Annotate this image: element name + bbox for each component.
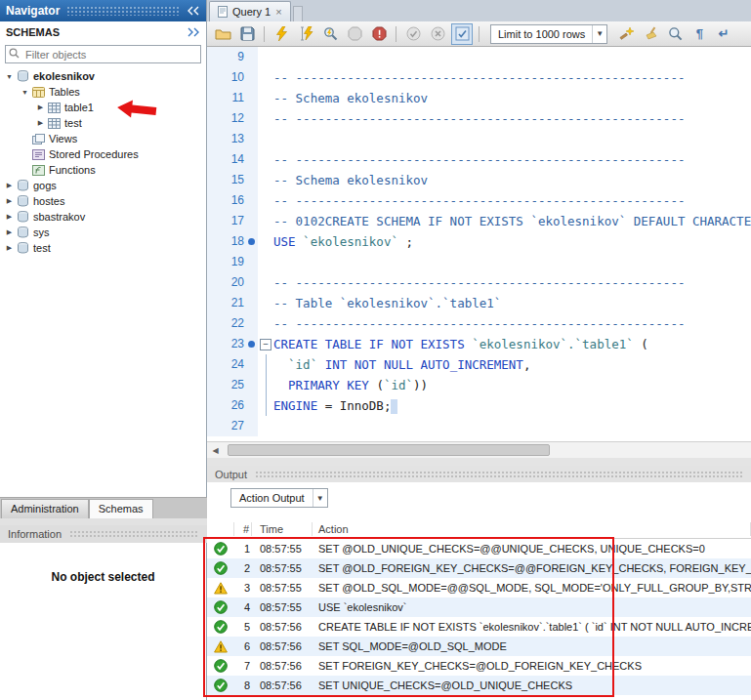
tree-item-table1[interactable]: ▶table1 <box>0 100 206 115</box>
tree-collapsed-arrow-icon[interactable]: ▶ <box>4 213 15 221</box>
tree-expanded-arrow-icon[interactable]: ▼ <box>20 89 30 96</box>
editor-line[interactable]: 21-- Table `ekolesnikov`.`table1` <box>207 293 751 313</box>
chevron-down-icon[interactable]: ▼ <box>313 489 327 507</box>
output-row[interactable]: 508:57:56CREATE TABLE IF NOT EXISTS `eko… <box>207 617 751 637</box>
output-row[interactable]: 108:57:55SET @OLD_UNIQUE_CHECKS=@@UNIQUE… <box>207 539 751 558</box>
editor-line[interactable]: 24 `id` INT NOT NULL AUTO_INCREMENT, <box>207 354 751 375</box>
editor-line[interactable]: 10-- -----------------------------------… <box>207 67 751 88</box>
editor-line[interactable]: 17-- 0102CREATE SCHEMA IF NOT EXISTS `ek… <box>207 211 751 231</box>
fold-column <box>258 313 273 334</box>
code-text: -- Schema ekolesnikov <box>273 170 428 190</box>
information-title: Information <box>8 528 62 540</box>
toggle-autocommit-icon[interactable] <box>452 24 472 44</box>
editor-line[interactable]: 22-- -----------------------------------… <box>207 313 751 334</box>
find-icon[interactable] <box>665 24 685 44</box>
editor-line[interactable]: 27 <box>207 416 751 436</box>
tree-item-stored-procedures[interactable]: Stored Procedures <box>0 146 206 162</box>
editor-line[interactable]: 12-- -----------------------------------… <box>207 108 751 129</box>
output-row[interactable]: 808:57:56SET UNIQUE_CHECKS=@OLD_UNIQUE_C… <box>207 676 751 695</box>
line-number: 26 <box>207 395 258 416</box>
row-action: SET @OLD_UNIQUE_CHECKS=@@UNIQUE_CHECKS, … <box>313 543 751 555</box>
tree-expanded-arrow-icon[interactable]: ▼ <box>4 73 15 80</box>
editor-line[interactable]: 18USE `ekolesnikov` ; <box>207 231 751 252</box>
tree-item-label: ekolesnikov <box>30 70 95 82</box>
tree-item-ekolesnikov[interactable]: ▼ekolesnikov <box>0 68 206 84</box>
column-header-action[interactable]: Action <box>313 522 751 536</box>
tree-item-tables[interactable]: ▼Tables <box>0 84 206 100</box>
tree-collapsed-arrow-icon[interactable]: ▶ <box>35 119 46 127</box>
editor-line[interactable]: 9 <box>207 47 751 67</box>
commit-icon[interactable] <box>403 24 423 44</box>
tree-item-hostes[interactable]: ▶hostes <box>0 193 206 209</box>
search-icon <box>9 48 20 59</box>
chevron-down-icon[interactable]: ▼ <box>592 25 606 43</box>
row-index: 1 <box>234 543 252 555</box>
tree-collapsed-arrow-icon[interactable]: ▶ <box>35 103 46 111</box>
sql-editor[interactable]: 910-- ----------------------------------… <box>207 47 751 441</box>
tree-item-sbastrakov[interactable]: ▶sbastrakov <box>0 209 206 225</box>
line-number: 16 <box>207 190 258 211</box>
tab-stub[interactable] <box>293 6 303 21</box>
stop-query-icon[interactable] <box>345 24 364 44</box>
fold-collapse-icon[interactable] <box>258 334 273 354</box>
expand-schemas-icon[interactable] <box>187 27 200 37</box>
rollback-icon[interactable] <box>428 24 447 44</box>
tree-item-views[interactable]: Views <box>0 131 206 146</box>
editor-line[interactable]: 15-- Schema ekolesnikov <box>207 170 751 190</box>
wrap-text-icon[interactable]: ↵ <box>714 24 733 44</box>
tree-item-functions[interactable]: Functions <box>0 162 206 178</box>
explain-plan-icon[interactable] <box>320 24 340 44</box>
tree-collapsed-arrow-icon[interactable]: ▶ <box>4 182 15 189</box>
collapse-panel-icon[interactable] <box>187 6 200 16</box>
tree-item-test[interactable]: ▶test <box>0 240 206 256</box>
editor-line[interactable]: 23CREATE TABLE IF NOT EXISTS `ekolesniko… <box>207 334 751 354</box>
code-text: ENGINE = InnoDB; <box>273 395 397 416</box>
information-body: No object selected <box>0 543 206 700</box>
tree-item-sys[interactable]: ▶sys <box>0 225 206 240</box>
filter-objects-input[interactable] <box>5 45 201 63</box>
output-row[interactable]: 308:57:55SET @OLD_SQL_MODE=@@SQL_MODE, S… <box>207 578 751 597</box>
horizontal-scrollbar[interactable]: ◀ <box>207 441 751 458</box>
beautify-script-icon[interactable] <box>616 24 636 44</box>
output-row[interactable]: 208:57:55SET @OLD_FOREIGN_KEY_CHECKS=@@F… <box>207 558 751 578</box>
toggle-stop-on-error-icon[interactable] <box>369 24 389 44</box>
editor-line[interactable]: 11-- Schema ekolesnikov <box>207 88 751 108</box>
editor-line[interactable]: 19 <box>207 252 751 272</box>
output-view-select[interactable]: Action Output ▼ <box>230 488 328 508</box>
tree-collapsed-arrow-icon[interactable]: ▶ <box>4 228 15 236</box>
save-script-icon[interactable] <box>237 24 257 44</box>
tree-item-test[interactable]: ▶test <box>0 115 206 131</box>
tab-query-1[interactable]: Query 1 × <box>209 1 291 21</box>
output-row[interactable]: 408:57:55USE `ekolesnikov` <box>207 597 751 617</box>
tree-item-label: test <box>62 117 82 129</box>
scroll-left-icon[interactable]: ◀ <box>207 443 224 458</box>
editor-line[interactable]: 25 PRIMARY KEY (`id`)) <box>207 375 751 395</box>
line-number: 23 <box>207 334 258 354</box>
sidebar-tab-schemas[interactable]: Schemas <box>89 499 153 518</box>
limit-rows-select[interactable]: Limit to 1000 rows▼ <box>490 24 607 44</box>
execute-current-statement-icon[interactable] <box>296 24 315 44</box>
invisible-characters-icon[interactable]: ¶ <box>689 24 709 44</box>
clean-editor-icon[interactable] <box>641 24 660 44</box>
line-number: 27 <box>207 416 258 436</box>
output-row[interactable]: 708:57:56SET FOREIGN_KEY_CHECKS=@OLD_FOR… <box>207 656 751 676</box>
editor-line[interactable]: 13 <box>207 129 751 149</box>
close-tab-icon[interactable]: × <box>275 6 281 18</box>
output-row[interactable]: 608:57:56SET SQL_MODE=@OLD_SQL_MODE <box>207 637 751 656</box>
tree-item-gogs[interactable]: ▶gogs <box>0 178 206 193</box>
sidebar-bottom-tabs: AdministrationSchemas <box>0 497 207 518</box>
tree-collapsed-arrow-icon[interactable]: ▶ <box>4 197 15 205</box>
open-script-icon[interactable] <box>213 24 232 44</box>
fold-column <box>258 293 273 313</box>
code-text: -- -------------------------------------… <box>273 108 685 129</box>
sidebar-tab-administration[interactable]: Administration <box>1 499 89 518</box>
editor-line[interactable]: 16-- -----------------------------------… <box>207 190 751 211</box>
editor-line[interactable]: 14-- -----------------------------------… <box>207 149 751 170</box>
editor-line[interactable]: 26ENGINE = InnoDB; <box>207 395 751 416</box>
column-header-num[interactable]: # <box>234 522 252 536</box>
scrollbar-thumb[interactable] <box>228 444 550 456</box>
editor-line[interactable]: 20-- -----------------------------------… <box>207 272 751 293</box>
tree-collapsed-arrow-icon[interactable]: ▶ <box>4 244 15 252</box>
execute-statement-icon[interactable] <box>271 24 291 44</box>
column-header-time[interactable]: Time <box>252 522 313 536</box>
